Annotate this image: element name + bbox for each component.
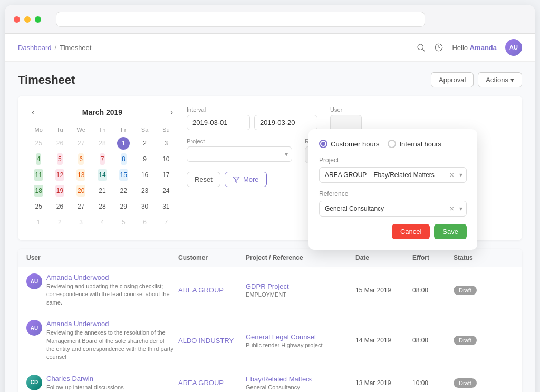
search-icon[interactable] <box>416 43 426 52</box>
cal-day-31[interactable]: 31 <box>161 201 170 212</box>
cal-day-5-next[interactable]: 5 <box>121 217 127 228</box>
cal-day-8[interactable]: 8 <box>121 153 127 165</box>
cal-day-10[interactable]: 10 <box>161 153 170 165</box>
cal-day-5[interactable]: 5 <box>57 153 63 165</box>
svg-marker-3 <box>233 177 239 182</box>
breadcrumb-home-link[interactable]: Dashboard <box>18 44 52 52</box>
cal-day-4-next[interactable]: 4 <box>100 217 105 228</box>
overlay-reference-wrapper: × ▾ <box>319 201 467 217</box>
main-content: Timesheet Approval Actions ▾ ‹ March 201… <box>5 62 535 392</box>
project-ref-0: GDPR Project EMPLOYMENT <box>246 282 351 298</box>
cal-day-23[interactable]: 23 <box>140 185 149 197</box>
cal-day-21[interactable]: 21 <box>98 185 107 197</box>
user-avatar[interactable]: AU <box>505 39 522 56</box>
cal-day-30[interactable]: 30 <box>140 201 149 212</box>
titlebar-search-wrapper <box>56 12 425 27</box>
cal-day-1-next[interactable]: 1 <box>36 217 42 228</box>
customer-2[interactable]: AREA GROUP <box>178 379 242 387</box>
cal-day-3[interactable]: 3 <box>163 138 169 149</box>
cal-day-28[interactable]: 28 <box>98 201 107 212</box>
calendar-next-button[interactable]: › <box>167 106 176 118</box>
overlay-reference-clear[interactable]: × <box>450 204 454 213</box>
cal-day-29[interactable]: 29 <box>119 201 128 212</box>
project-name-1[interactable]: General Legal Counsel <box>246 333 351 341</box>
overlay-project-input[interactable] <box>319 167 467 183</box>
overlay-project-clear[interactable]: × <box>450 171 454 179</box>
col-date: Date <box>355 254 408 261</box>
cal-day-28-prev[interactable]: 28 <box>98 138 107 149</box>
cal-day-17[interactable]: 17 <box>161 169 170 181</box>
breadcrumb-sep: / <box>55 44 57 52</box>
user-name-0[interactable]: Amanda Underwood <box>46 273 174 281</box>
cal-day-27-prev[interactable]: 27 <box>76 138 85 149</box>
cal-day-18[interactable]: 18 <box>34 185 43 197</box>
cal-day-1[interactable]: 1 <box>117 137 130 150</box>
breadcrumb-current: Timesheet <box>60 44 91 52</box>
date-2: 13 Mar 2019 <box>355 379 408 387</box>
cal-day-6[interactable]: 6 <box>78 153 84 165</box>
date-from-input[interactable] <box>187 115 250 130</box>
effort-1: 08:00 <box>412 337 449 344</box>
cal-header-su: Su <box>156 124 176 135</box>
customer-0[interactable]: AREA GROUP <box>178 286 242 294</box>
avatar-1: AU <box>26 320 42 336</box>
cal-day-11[interactable]: 11 <box>34 169 43 181</box>
cal-day-26[interactable]: 26 <box>55 201 64 212</box>
cal-day-14[interactable]: 14 <box>98 169 107 181</box>
reset-button[interactable]: Reset <box>187 172 220 187</box>
overlay-project-arrow: ▾ <box>459 171 462 179</box>
project-name-0[interactable]: GDPR Project <box>246 282 351 290</box>
svg-line-1 <box>423 49 425 51</box>
project-select[interactable] <box>187 146 292 162</box>
cal-day-25[interactable]: 25 <box>34 201 43 212</box>
overlay-reference-input[interactable] <box>319 201 467 217</box>
cal-day-2[interactable]: 2 <box>142 138 148 149</box>
user-name-2[interactable]: Charles Darwin <box>46 375 124 383</box>
cal-day-27[interactable]: 27 <box>76 201 85 212</box>
cal-day-13[interactable]: 13 <box>76 169 85 181</box>
titlebar-search-input[interactable] <box>56 12 425 27</box>
clock-icon[interactable] <box>434 43 443 52</box>
cal-day-7-next[interactable]: 7 <box>163 217 169 228</box>
overlay-reference-label: Reference <box>319 190 467 198</box>
cal-day-4[interactable]: 4 <box>36 153 42 165</box>
actions-button[interactable]: Actions ▾ <box>478 72 522 87</box>
cal-day-12[interactable]: 12 <box>55 169 64 181</box>
project-name-2[interactable]: Ebay/Related Matters <box>246 375 351 383</box>
navbar-right: Hello Amanda AU <box>416 39 522 56</box>
cal-day-9[interactable]: 9 <box>142 153 148 165</box>
calendar-prev-button[interactable]: ‹ <box>28 106 37 118</box>
radio-internal-option[interactable]: Internal hours <box>388 140 441 148</box>
cal-day-25-prev[interactable]: 25 <box>34 138 43 149</box>
cancel-button[interactable]: Cancel <box>392 224 430 239</box>
date-to-input[interactable] <box>254 115 317 130</box>
cal-day-26-prev[interactable]: 26 <box>55 138 64 149</box>
cal-day-2-next[interactable]: 2 <box>57 217 63 228</box>
more-button[interactable]: More <box>225 172 267 187</box>
cal-day-16[interactable]: 16 <box>140 169 149 181</box>
cal-day-15[interactable]: 15 <box>119 169 128 181</box>
col-project: Project / Reference <box>246 254 351 261</box>
radio-customer-option[interactable]: Customer hours <box>319 140 379 148</box>
cal-header-we: We <box>71 124 91 135</box>
effort-0: 08:00 <box>412 287 449 294</box>
col-user: User <box>26 254 174 261</box>
approval-button[interactable]: Approval <box>431 72 474 87</box>
overlay-buttons: Cancel Save <box>319 224 467 239</box>
radio-internal-label: Internal hours <box>399 140 441 148</box>
cal-day-19[interactable]: 19 <box>55 185 64 197</box>
dot-green[interactable] <box>35 16 41 23</box>
save-button[interactable]: Save <box>434 224 467 239</box>
customer-1[interactable]: ALDO INDUSTRY <box>178 337 242 345</box>
project-ref-text-0: EMPLOYMENT <box>246 291 351 298</box>
dot-yellow[interactable] <box>24 16 31 23</box>
cal-day-24[interactable]: 24 <box>161 185 170 197</box>
user-name-1[interactable]: Amanda Underwood <box>46 320 174 328</box>
avatar-2: CD <box>26 375 42 390</box>
cal-day-20[interactable]: 20 <box>76 185 85 197</box>
cal-day-6-next[interactable]: 6 <box>142 217 148 228</box>
cal-day-7[interactable]: 7 <box>100 153 105 165</box>
cal-day-3-next[interactable]: 3 <box>78 217 84 228</box>
dot-red[interactable] <box>14 16 20 23</box>
cal-day-22[interactable]: 22 <box>119 185 128 197</box>
